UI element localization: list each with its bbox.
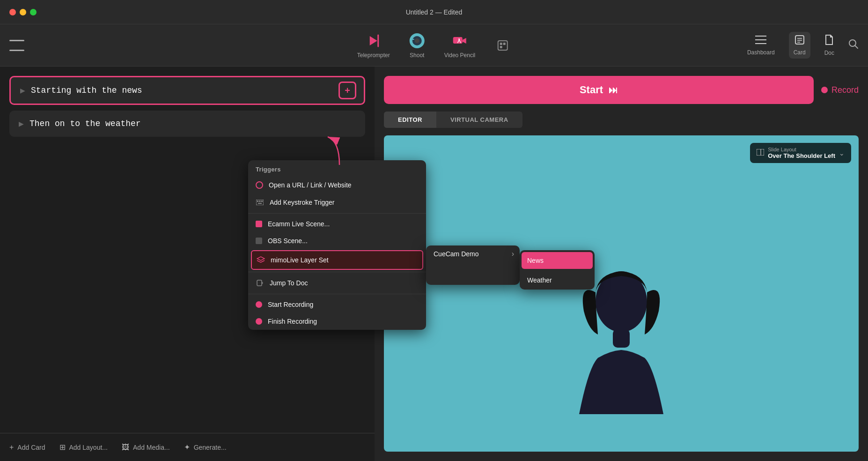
shoot-button[interactable]: Shoot [409,32,426,59]
video-pencil-label: Video Pencil [444,52,476,59]
tab-row: EDITOR VIRTUAL CAMERA [384,112,859,128]
silhouette-graphic [551,264,691,452]
card-item[interactable]: ▶ Starting with the news + [9,76,365,105]
jump-to-doc-item[interactable]: Jump To Doc [248,274,426,292]
close-button[interactable] [9,9,16,15]
add-card-label: Add Card [17,444,45,451]
mimolive-item[interactable]: mimoLive Layer Set [251,250,423,270]
main-content: ▶ Starting with the news + ▶ Then on to … [0,67,868,461]
start-button[interactable]: Start ⏭ [384,76,814,104]
add-media-label: Add Media... [133,444,170,451]
minimize-button[interactable] [20,9,26,15]
finish-recording-label: Finish Recording [268,318,317,325]
card-text: Then on to the weather [29,119,141,128]
mimolive-container: mimoLive Layer Set CueCam Demo › [248,250,426,270]
open-url-item[interactable]: Open a URL / Link / Website [248,177,426,193]
svg-rect-8 [500,46,502,48]
ecamm-label: Ecamm Live Scene... [268,220,330,228]
submenu-chevron: › [512,250,520,258]
start-recording-label: Start Recording [268,301,313,308]
left-panel: ▶ Starting with the news + ▶ Then on to … [0,67,375,461]
record-dot-icon [821,87,828,93]
mimolive-label: mimoLive Layer Set [271,256,329,264]
slide-layout-text: Slide Layout Over The Shoulder Left [768,147,835,159]
record-finish-icon [256,318,262,325]
add-layout-button[interactable]: ⊞ Add Layout... [59,443,108,452]
traffic-lights [9,9,37,15]
teleprompter-icon [365,32,382,49]
record-start-icon [256,301,262,308]
cuecam-submenu-container: CueCam Demo › News Weather [426,245,595,285]
weather-item[interactable]: Weather [520,271,595,290]
generate-icon: ✦ [184,443,190,452]
slide-layout-badge[interactable]: Slide Layout Over The Shoulder Left ⌄ [750,143,851,163]
obs-icon [256,238,262,244]
svg-rect-3 [412,39,414,40]
keystroke-item[interactable]: Add Keystroke Trigger [248,193,426,211]
layers-icon [257,256,265,264]
add-trigger-button[interactable]: + [338,82,356,99]
svg-rect-5 [498,41,507,50]
divider [248,213,426,214]
start-forward-icon: ⏭ [609,85,618,96]
tab-editor[interactable]: EDITOR [384,112,436,128]
toolbar-left [9,40,24,51]
window-title: Untitled 2 — Edited [406,8,463,16]
card-item[interactable]: ▶ Then on to the weather [9,111,365,137]
slide-layout-top: Slide Layout [768,147,835,152]
obs-item[interactable]: OBS Scene... [248,232,426,249]
add-card-button[interactable]: + Add Card [9,443,45,452]
svg-rect-20 [257,201,258,202]
start-row: Start ⏭ Record [384,76,859,104]
tab-editor-label: EDITOR [398,116,422,123]
obs-label: OBS Scene... [268,237,308,245]
misc-icon-button[interactable] [494,37,511,54]
cuecam-item[interactable]: CueCam Demo [426,245,512,262]
svg-rect-22 [261,201,263,202]
card-expand-arrow: ▶ [19,120,24,127]
card-icon [794,35,805,47]
svg-rect-27 [757,149,764,156]
shoot-icon [409,32,426,49]
toolbar-right: Dashboard Card Doc [747,32,859,59]
record-button[interactable]: Record [821,85,859,95]
news-label: News [527,257,544,264]
open-url-label: Open a URL / Link / Website [269,181,352,189]
cuecam-row: CueCam Demo › [426,245,520,262]
toolbar-center: Teleprompter Shoot [357,32,511,59]
jump-to-doc-label: Jump To Doc [270,279,308,287]
keystroke-label: Add Keystroke Trigger [270,199,335,206]
svg-point-2 [415,38,419,43]
card-text: Starting with the news [31,86,142,95]
card-button[interactable]: Card [789,32,810,59]
generate-button[interactable]: ✦ Generate... [184,443,227,452]
video-pencil-icon [451,32,468,49]
doc-button[interactable]: Doc [824,34,834,56]
jump-icon [256,279,264,287]
search-button[interactable] [848,39,859,52]
dropdown-overlay: Triggers Open a URL / Link / Website [248,160,426,330]
teleprompter-button[interactable]: Teleprompter [357,32,390,59]
teleprompter-label: Teleprompter [357,52,390,59]
keyboard-icon [256,198,264,207]
add-media-button[interactable]: 🖼 Add Media... [122,443,170,452]
doc-label: Doc [824,50,834,56]
card-expand-arrow: ▶ [20,87,25,94]
svg-rect-21 [259,201,261,202]
generate-label: Generate... [194,444,227,451]
finish-recording-item[interactable]: Finish Recording [248,313,426,330]
tab-virtual-camera[interactable]: VIRTUAL CAMERA [436,112,522,128]
ecamm-item[interactable]: Ecamm Live Scene... [248,216,426,232]
doc-icon [824,34,834,48]
dashboard-button[interactable]: Dashboard [747,35,775,56]
start-recording-item[interactable]: Start Recording [248,296,426,313]
record-label: Record [831,85,859,95]
divider2 [248,272,426,272]
svg-rect-7 [503,43,505,45]
fullscreen-button[interactable] [30,9,37,15]
tab-virtual-camera-label: VIRTUAL CAMERA [450,116,508,123]
video-pencil-button[interactable]: Video Pencil [444,32,476,59]
card-label: Card [794,49,806,56]
news-item[interactable]: News [522,252,593,269]
sidebar-toggle-button[interactable] [9,40,24,51]
